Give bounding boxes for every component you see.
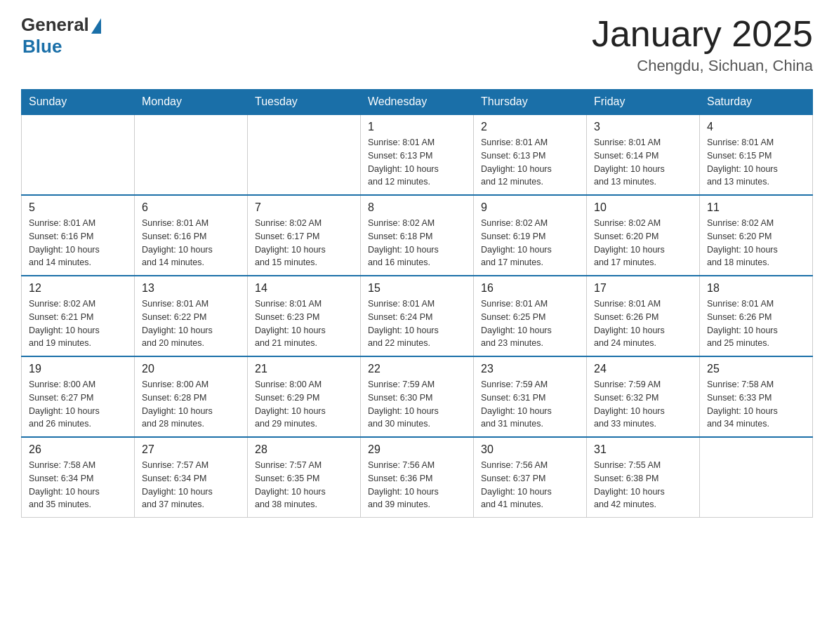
day-info: Sunrise: 7:59 AMSunset: 6:32 PMDaylight:… — [594, 378, 692, 431]
day-number: 2 — [481, 121, 579, 133]
calendar-cell: 14Sunrise: 8:01 AMSunset: 6:23 PMDayligh… — [248, 276, 361, 356]
header-monday: Monday — [135, 90, 248, 115]
day-info: Sunrise: 8:02 AMSunset: 6:21 PMDaylight:… — [29, 297, 127, 350]
day-info: Sunrise: 8:01 AMSunset: 6:25 PMDaylight:… — [481, 297, 579, 350]
calendar-cell: 30Sunrise: 7:56 AMSunset: 6:37 PMDayligh… — [474, 437, 587, 518]
day-info: Sunrise: 8:00 AMSunset: 6:29 PMDaylight:… — [255, 378, 353, 431]
day-number: 26 — [29, 443, 127, 456]
day-info: Sunrise: 8:01 AMSunset: 6:13 PMDaylight:… — [368, 136, 466, 189]
location: Chengdu, Sichuan, China — [592, 57, 813, 75]
day-info: Sunrise: 8:01 AMSunset: 6:13 PMDaylight:… — [481, 136, 579, 189]
day-info: Sunrise: 8:01 AMSunset: 6:15 PMDaylight:… — [707, 136, 805, 189]
day-info: Sunrise: 7:57 AMSunset: 6:35 PMDaylight:… — [255, 459, 353, 511]
week-row-0: 1Sunrise: 8:01 AMSunset: 6:13 PMDaylight… — [22, 114, 813, 195]
week-row-2: 12Sunrise: 8:02 AMSunset: 6:21 PMDayligh… — [22, 276, 813, 356]
calendar-cell: 12Sunrise: 8:02 AMSunset: 6:21 PMDayligh… — [22, 276, 135, 356]
calendar-cell: 1Sunrise: 8:01 AMSunset: 6:13 PMDaylight… — [361, 114, 474, 195]
day-info: Sunrise: 8:02 AMSunset: 6:20 PMDaylight:… — [707, 217, 805, 269]
calendar-cell: 13Sunrise: 8:01 AMSunset: 6:22 PMDayligh… — [135, 276, 248, 356]
day-info: Sunrise: 8:00 AMSunset: 6:27 PMDaylight:… — [29, 378, 127, 431]
calendar-cell: 7Sunrise: 8:02 AMSunset: 6:17 PMDaylight… — [248, 195, 361, 276]
week-row-1: 5Sunrise: 8:01 AMSunset: 6:16 PMDaylight… — [22, 195, 813, 276]
day-number: 5 — [29, 201, 127, 214]
calendar-cell: 27Sunrise: 7:57 AMSunset: 6:34 PMDayligh… — [135, 437, 248, 518]
day-number: 23 — [481, 363, 579, 375]
calendar-cell: 6Sunrise: 8:01 AMSunset: 6:16 PMDaylight… — [135, 195, 248, 276]
header-thursday: Thursday — [474, 90, 587, 115]
day-info: Sunrise: 8:02 AMSunset: 6:20 PMDaylight:… — [594, 217, 692, 269]
logo: General Blue — [21, 14, 101, 58]
day-number: 13 — [142, 282, 240, 295]
calendar-cell: 31Sunrise: 7:55 AMSunset: 6:38 PMDayligh… — [587, 437, 700, 518]
title-section: January 2025 Chengdu, Sichuan, China — [592, 14, 813, 75]
logo-blue-text: Blue — [22, 36, 62, 58]
calendar-cell — [248, 114, 361, 195]
calendar-cell: 9Sunrise: 8:02 AMSunset: 6:19 PMDaylight… — [474, 195, 587, 276]
logo-triangle-icon — [91, 18, 101, 34]
day-info: Sunrise: 8:01 AMSunset: 6:24 PMDaylight:… — [368, 297, 466, 350]
calendar-cell: 4Sunrise: 8:01 AMSunset: 6:15 PMDaylight… — [700, 114, 813, 195]
day-number: 18 — [707, 282, 805, 295]
day-number: 11 — [707, 201, 805, 214]
day-info: Sunrise: 7:55 AMSunset: 6:38 PMDaylight:… — [594, 459, 692, 511]
header-sunday: Sunday — [22, 90, 135, 115]
day-info: Sunrise: 7:58 AMSunset: 6:33 PMDaylight:… — [707, 378, 805, 431]
day-number: 12 — [29, 282, 127, 295]
day-number: 9 — [481, 201, 579, 214]
day-number: 28 — [255, 443, 353, 456]
calendar-cell: 22Sunrise: 7:59 AMSunset: 6:30 PMDayligh… — [361, 356, 474, 437]
day-number: 25 — [707, 363, 805, 375]
calendar-cell: 25Sunrise: 7:58 AMSunset: 6:33 PMDayligh… — [700, 356, 813, 437]
day-number: 14 — [255, 282, 353, 295]
day-info: Sunrise: 8:01 AMSunset: 6:26 PMDaylight:… — [707, 297, 805, 350]
day-number: 17 — [594, 282, 692, 295]
day-info: Sunrise: 8:01 AMSunset: 6:16 PMDaylight:… — [29, 217, 127, 269]
calendar-body: 1Sunrise: 8:01 AMSunset: 6:13 PMDaylight… — [22, 114, 813, 518]
day-info: Sunrise: 8:01 AMSunset: 6:22 PMDaylight:… — [142, 297, 240, 350]
day-info: Sunrise: 7:56 AMSunset: 6:37 PMDaylight:… — [481, 459, 579, 511]
month-title: January 2025 — [592, 14, 813, 54]
day-info: Sunrise: 7:56 AMSunset: 6:36 PMDaylight:… — [368, 459, 466, 511]
day-number: 16 — [481, 282, 579, 295]
calendar-cell: 5Sunrise: 8:01 AMSunset: 6:16 PMDaylight… — [22, 195, 135, 276]
calendar-cell: 23Sunrise: 7:59 AMSunset: 6:31 PMDayligh… — [474, 356, 587, 437]
day-number: 4 — [707, 121, 805, 133]
day-info: Sunrise: 8:01 AMSunset: 6:16 PMDaylight:… — [142, 217, 240, 269]
day-number: 3 — [594, 121, 692, 133]
calendar-cell: 10Sunrise: 8:02 AMSunset: 6:20 PMDayligh… — [587, 195, 700, 276]
day-info: Sunrise: 8:01 AMSunset: 6:23 PMDaylight:… — [255, 297, 353, 350]
day-number: 20 — [142, 363, 240, 375]
day-number: 7 — [255, 201, 353, 214]
calendar-cell: 18Sunrise: 8:01 AMSunset: 6:26 PMDayligh… — [700, 276, 813, 356]
day-number: 24 — [594, 363, 692, 375]
day-number: 8 — [368, 201, 466, 214]
header-wednesday: Wednesday — [361, 90, 474, 115]
day-number: 21 — [255, 363, 353, 375]
day-info: Sunrise: 8:00 AMSunset: 6:28 PMDaylight:… — [142, 378, 240, 431]
calendar-cell: 17Sunrise: 8:01 AMSunset: 6:26 PMDayligh… — [587, 276, 700, 356]
week-row-4: 26Sunrise: 7:58 AMSunset: 6:34 PMDayligh… — [22, 437, 813, 518]
calendar-cell: 20Sunrise: 8:00 AMSunset: 6:28 PMDayligh… — [135, 356, 248, 437]
calendar-cell: 24Sunrise: 7:59 AMSunset: 6:32 PMDayligh… — [587, 356, 700, 437]
calendar-table: SundayMondayTuesdayWednesdayThursdayFrid… — [21, 89, 813, 518]
calendar-cell: 19Sunrise: 8:00 AMSunset: 6:27 PMDayligh… — [22, 356, 135, 437]
calendar-cell: 11Sunrise: 8:02 AMSunset: 6:20 PMDayligh… — [700, 195, 813, 276]
day-number: 1 — [368, 121, 466, 133]
calendar-cell — [700, 437, 813, 518]
day-number: 6 — [142, 201, 240, 214]
calendar-cell: 8Sunrise: 8:02 AMSunset: 6:18 PMDaylight… — [361, 195, 474, 276]
day-info: Sunrise: 8:01 AMSunset: 6:14 PMDaylight:… — [594, 136, 692, 189]
day-info: Sunrise: 7:59 AMSunset: 6:31 PMDaylight:… — [481, 378, 579, 431]
day-info: Sunrise: 8:02 AMSunset: 6:18 PMDaylight:… — [368, 217, 466, 269]
calendar-cell: 16Sunrise: 8:01 AMSunset: 6:25 PMDayligh… — [474, 276, 587, 356]
logo-general-text: General — [21, 14, 89, 36]
day-info: Sunrise: 8:01 AMSunset: 6:26 PMDaylight:… — [594, 297, 692, 350]
calendar-cell — [135, 114, 248, 195]
day-info: Sunrise: 7:58 AMSunset: 6:34 PMDaylight:… — [29, 459, 127, 511]
header-friday: Friday — [587, 90, 700, 115]
header-saturday: Saturday — [700, 90, 813, 115]
day-number: 31 — [594, 443, 692, 456]
header-tuesday: Tuesday — [248, 90, 361, 115]
calendar-cell — [22, 114, 135, 195]
day-info: Sunrise: 7:59 AMSunset: 6:30 PMDaylight:… — [368, 378, 466, 431]
